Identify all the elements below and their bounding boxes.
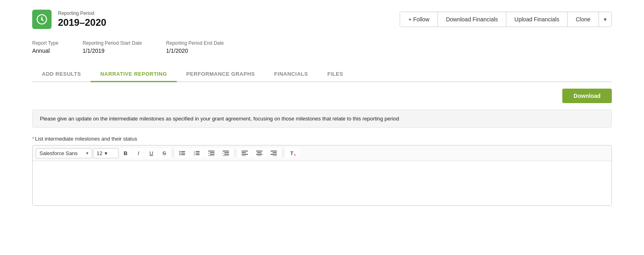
end-date-label: Reporting Period End Date [166, 40, 224, 46]
ordered-list-button[interactable]: 1. 2. 3. [190, 148, 204, 158]
svg-rect-32 [270, 154, 277, 155]
svg-rect-25 [242, 155, 246, 156]
font-family-arrow-icon: ▾ [86, 151, 89, 156]
svg-rect-3 [181, 151, 185, 152]
decrease-indent-icon [208, 150, 215, 156]
follow-button[interactable]: + Follow [400, 12, 438, 27]
report-type-field: Report Type Annual [32, 40, 58, 54]
clear-format-button[interactable]: T [286, 148, 299, 158]
rte-toolbar: Salesforce Sans ▾ 12 ▾ B I U S [33, 145, 611, 161]
field-label-text: List intermediate milestones and their s… [35, 136, 137, 142]
clock-icon [36, 14, 47, 25]
font-family-select[interactable]: Salesforce Sans ▾ [36, 148, 92, 158]
align-left-button[interactable] [238, 148, 252, 158]
svg-text:3.: 3. [194, 153, 195, 156]
tab-narrative-reporting[interactable]: NARRATIVE REPORTING [91, 67, 177, 82]
metadata-row: Report Type Annual Reporting Period Star… [32, 40, 612, 54]
svg-point-4 [180, 153, 181, 154]
font-family-value: Salesforce Sans [39, 150, 78, 156]
italic-button[interactable]: I [132, 148, 144, 158]
align-center-button[interactable] [252, 148, 266, 158]
svg-rect-5 [181, 153, 185, 153]
tab-add-results[interactable]: ADD RESULTS [32, 67, 91, 82]
svg-rect-20 [224, 154, 229, 155]
svg-rect-7 [181, 154, 185, 155]
start-date-value: 1/1/2019 [83, 48, 105, 54]
info-box: Please give an update on the intermediat… [32, 110, 612, 128]
svg-point-2 [180, 151, 181, 152]
report-type-value: Annual [32, 48, 50, 54]
svg-point-1 [41, 19, 43, 21]
svg-line-35 [294, 154, 295, 156]
header-actions: + Follow Download Financials Upload Fina… [400, 12, 612, 27]
tab-content: Download Please give an update on the in… [32, 82, 612, 206]
align-center-icon [256, 150, 262, 156]
end-date-value: 1/1/2020 [166, 48, 188, 54]
svg-rect-17 [208, 155, 215, 156]
page-title: 2019–2020 [58, 17, 106, 28]
unordered-list-icon [179, 150, 186, 156]
required-marker: * [32, 136, 34, 142]
svg-rect-27 [257, 152, 262, 153]
svg-rect-19 [224, 152, 229, 153]
download-financials-button[interactable]: Download Financials [438, 12, 506, 27]
svg-rect-15 [210, 152, 215, 153]
tab-performance-graphs[interactable]: PERFORMANCE GRAPHS [177, 67, 264, 82]
font-size-arrow-icon: ▾ [105, 150, 107, 156]
report-type-label: Report Type [32, 40, 58, 46]
field-label-row: *List intermediate milestones and their … [32, 136, 612, 142]
svg-rect-30 [270, 151, 277, 151]
rte-body[interactable] [33, 161, 611, 205]
increase-indent-icon [223, 150, 229, 156]
rich-text-editor: Salesforce Sans ▾ 12 ▾ B I U S [32, 145, 612, 206]
tab-files[interactable]: FILES [318, 67, 353, 82]
svg-rect-21 [223, 155, 229, 156]
clone-button[interactable]: Clone [568, 12, 599, 27]
toolbar-separator-3 [283, 149, 283, 157]
download-bar: Download [32, 89, 612, 103]
tabs-bar: ADD RESULTS NARRATIVE REPORTING PERFORMA… [32, 67, 612, 82]
start-date-field: Reporting Period Start Date 1/1/2019 [83, 40, 142, 54]
tab-financials[interactable]: FINANCIALS [264, 67, 318, 82]
svg-rect-22 [242, 151, 248, 151]
svg-rect-23 [242, 152, 246, 153]
unordered-list-button[interactable] [175, 148, 189, 158]
svg-rect-16 [210, 154, 215, 155]
toolbar-separator-1 [173, 149, 173, 157]
svg-text:T: T [290, 150, 293, 156]
svg-point-6 [180, 154, 181, 155]
reporting-period-icon [32, 10, 52, 29]
upload-financials-button[interactable]: Upload Financials [506, 12, 568, 27]
svg-rect-14 [208, 151, 215, 151]
bold-button[interactable]: B [120, 148, 132, 158]
end-date-field: Reporting Period End Date 1/1/2020 [166, 40, 224, 54]
strikethrough-button[interactable]: S [158, 148, 170, 158]
align-right-button[interactable] [267, 148, 281, 158]
svg-rect-9 [196, 151, 200, 152]
header-title-group: Reporting Period 2019–2020 [58, 10, 106, 28]
chevron-down-icon: ▾ [604, 16, 607, 23]
download-button[interactable]: Download [562, 89, 612, 103]
svg-rect-18 [223, 151, 229, 151]
align-left-icon [242, 150, 248, 156]
svg-rect-24 [242, 154, 248, 155]
page-wrapper: Reporting Period 2019–2020 + Follow Down… [0, 0, 644, 255]
header-subtitle: Reporting Period [58, 10, 106, 16]
svg-rect-13 [196, 154, 200, 155]
svg-rect-29 [257, 155, 262, 156]
svg-rect-28 [256, 154, 262, 155]
svg-rect-11 [196, 153, 200, 153]
svg-rect-31 [272, 152, 277, 153]
svg-rect-26 [256, 151, 262, 151]
info-text: Please give an update on the intermediat… [40, 116, 399, 122]
increase-indent-button[interactable] [219, 148, 233, 158]
clear-format-icon: T [289, 150, 296, 156]
align-right-icon [270, 150, 277, 156]
actions-dropdown-button[interactable]: ▾ [599, 12, 611, 27]
toolbar-separator-2 [235, 149, 235, 157]
font-size-value: 12 [97, 150, 102, 156]
underline-button[interactable]: U [145, 148, 157, 158]
header-left: Reporting Period 2019–2020 [32, 10, 106, 29]
font-size-select[interactable]: 12 ▾ [93, 148, 119, 158]
decrease-indent-button[interactable] [204, 148, 218, 158]
